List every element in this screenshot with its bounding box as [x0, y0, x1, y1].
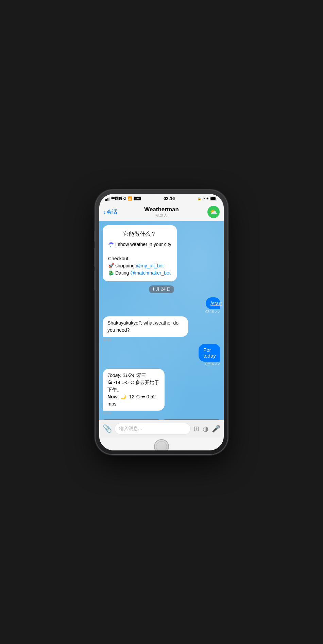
back-button[interactable]: ‹ 会话	[103, 208, 133, 216]
emoji-icon[interactable]: ◑	[203, 425, 208, 433]
nav-bar: ‹ 会话 Weatherman 机器人 ⛅	[99, 203, 224, 221]
weather-line2: 🌤 -14...-5°C 多云开始于下午。	[107, 379, 160, 393]
bot-bubble-4: Today, 01/24 週三 🌤 -14...-5°C 多云开始于下午。 No…	[103, 369, 165, 411]
welcome-line1: ☂️ I show weather in your city	[108, 241, 171, 248]
bot-message-4: Today, 01/24 週三 🌤 -14...-5°C 多云开始于下午。 No…	[103, 369, 178, 415]
nav-title-section: Weatherman 机器人	[133, 206, 191, 218]
input-bar: 📎 输入消息... ⊞ ◑ 🎤	[99, 420, 224, 437]
mute-button[interactable]	[94, 231, 95, 242]
bot-message-2: ShakuyakukyoP, what weather do you need?…	[103, 316, 207, 341]
umbrella-icon: ☂️	[108, 242, 114, 247]
chevron-left-icon: ‹	[103, 208, 106, 216]
start-command: /start	[210, 300, 222, 306]
back-label[interactable]: 会话	[106, 209, 117, 216]
ali-bot-link[interactable]: @my_ali_bot	[136, 263, 164, 268]
location-icon: ↗	[202, 197, 205, 200]
welcome-title: 它能做什么？	[108, 230, 171, 238]
battery-icon	[210, 197, 218, 200]
mic-icon[interactable]: 🎤	[212, 425, 220, 433]
link1-line: 🚀 shopping @my_ali_bot	[108, 262, 171, 269]
bot-avatar[interactable]: ⛅	[207, 206, 220, 218]
hourly-button[interactable]: Hourly	[163, 419, 220, 420]
bot-avatar-emoji: ⛅	[210, 208, 217, 216]
chat-area: 它能做什么？ ☂️ I show weather in your city Ch…	[99, 221, 224, 420]
check-icon-3: ✓✓	[215, 362, 220, 366]
input-icons: ⊞ ◑ 🎤	[193, 425, 220, 433]
status-left: 中国移动 📶 VPN	[105, 196, 141, 201]
bot-meta-4: 02:16	[103, 411, 111, 415]
bot-bubble-2: ShakuyakukyoP, what weather do you need?	[103, 316, 188, 337]
time-1: 02:16	[205, 310, 214, 314]
checkout-line: Checkout:	[108, 255, 171, 262]
link2-line: 🐉 Dating @matchmaker_bot	[108, 269, 171, 277]
welcome-bubble: 它能做什么？ ☂️ I show weather in your city Ch…	[103, 225, 177, 281]
user-meta-1: 02:16 ✓✓	[205, 310, 220, 314]
time-3: 02:16	[205, 362, 214, 366]
time-label: 02:16	[164, 196, 175, 201]
weather-date: Today, 01/24 週三	[107, 373, 145, 378]
nav-title: Weatherman	[133, 206, 191, 213]
home-area	[99, 437, 224, 450]
quick-replies: Summary Hourly	[103, 419, 220, 420]
volume-up-button[interactable]	[94, 248, 95, 267]
sticker-icon[interactable]: ⊞	[193, 425, 199, 433]
wifi-icon: 📶	[128, 196, 132, 201]
weather-line3: Now: 🌙 -12°C ⬅ 0.52 mps	[107, 393, 160, 408]
phone-frame: 中国移动 📶 VPN 02:16 🔒 ↗ ✦ ‹ 会话	[95, 190, 228, 455]
user-meta-3: 02:16 ✓✓	[205, 362, 220, 366]
user-message-1: /start 02:16 ✓✓	[200, 297, 220, 314]
carrier-label: 中国移动	[111, 196, 126, 201]
user-message-3: For today 02:16 ✓✓	[189, 344, 220, 366]
attach-icon[interactable]: 📎	[103, 424, 112, 433]
home-button[interactable]	[154, 439, 169, 450]
time-4: 02:16	[103, 411, 111, 415]
summary-button[interactable]: Summary	[103, 419, 160, 420]
status-bar: 中国移动 📶 VPN 02:16 🔒 ↗ ✦	[99, 194, 224, 203]
matchmaker-link[interactable]: @matchmaker_bot	[130, 270, 170, 276]
power-button[interactable]	[228, 251, 229, 278]
user-bubble-1: /start	[206, 297, 220, 309]
volume-down-button[interactable]	[94, 271, 95, 290]
phone-screen: 中国移动 📶 VPN 02:16 🔒 ↗ ✦ ‹ 会话	[99, 194, 224, 450]
date-badge: 1 月 24 日	[149, 285, 174, 293]
lock-icon: 🔒	[197, 197, 201, 200]
bot-meta-2: 02:16	[103, 337, 111, 341]
weather-line1: Today, 01/24 週三	[107, 372, 160, 379]
vpn-badge: VPN	[134, 197, 141, 200]
nav-right: ⛅	[191, 206, 220, 218]
input-placeholder: 输入消息...	[119, 426, 142, 432]
check-icon-1: ✓✓	[215, 310, 220, 314]
bluetooth-icon: ✦	[206, 197, 209, 200]
status-right: 🔒 ↗ ✦	[197, 197, 218, 200]
time-2: 02:16	[103, 337, 111, 341]
dragon-icon: 🐉	[108, 270, 114, 276]
rocket-icon: 🚀	[108, 263, 114, 268]
message-input[interactable]: 输入消息...	[115, 423, 191, 434]
user-bubble-3: For today	[199, 344, 220, 362]
nav-subtitle: 机器人	[133, 213, 191, 218]
signal-icon	[105, 197, 110, 201]
